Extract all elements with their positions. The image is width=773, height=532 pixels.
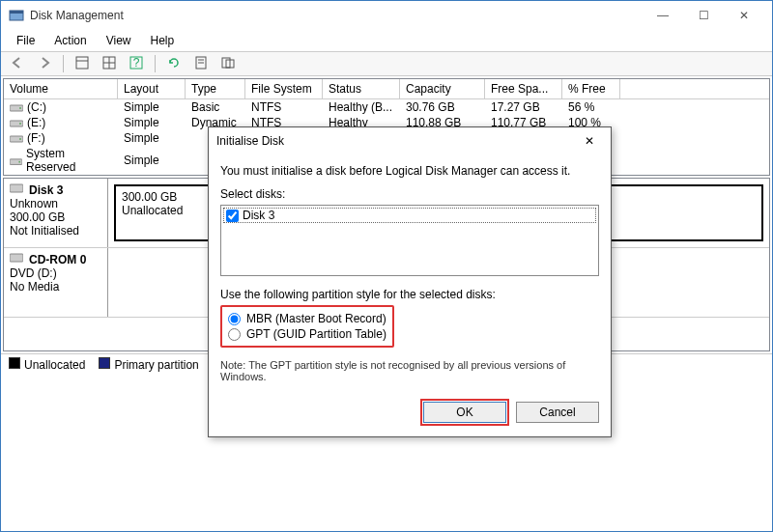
cancel-button[interactable]: Cancel bbox=[516, 402, 599, 423]
disk-item-label: Disk 3 bbox=[243, 209, 274, 222]
disk-select-list: Disk 3 bbox=[220, 205, 599, 276]
partition-style-group: MBR (Master Boot Record) GPT (GUID Parti… bbox=[220, 305, 394, 348]
dialog-titlebar[interactable]: Initialise Disk ✕ bbox=[209, 127, 611, 154]
close-icon: ✕ bbox=[585, 134, 594, 148]
radio-mbr-label: MBR (Master Boot Record) bbox=[246, 312, 386, 325]
modal-backdrop: Initialise Disk ✕ You must initialise a … bbox=[1, 1, 772, 531]
radio-mbr-input[interactable] bbox=[228, 313, 241, 325]
partition-style-label: Use the following partition style for th… bbox=[220, 288, 599, 301]
radio-gpt-label: GPT (GUID Partition Table) bbox=[246, 327, 386, 341]
disk-item[interactable]: Disk 3 bbox=[223, 208, 596, 223]
dialog-message: You must initialise a disk before Logica… bbox=[220, 164, 599, 178]
initialise-disk-dialog: Initialise Disk ✕ You must initialise a … bbox=[208, 126, 612, 437]
dialog-close-button[interactable]: ✕ bbox=[576, 130, 603, 152]
radio-gpt[interactable]: GPT (GUID Partition Table) bbox=[228, 326, 386, 342]
dialog-title: Initialise Disk bbox=[216, 134, 576, 148]
ok-button[interactable]: OK bbox=[423, 402, 506, 423]
select-disks-label: Select disks: bbox=[220, 187, 599, 201]
disk-checkbox[interactable] bbox=[226, 210, 239, 222]
dialog-note: Note: The GPT partition style is not rec… bbox=[220, 359, 599, 382]
radio-mbr[interactable]: MBR (Master Boot Record) bbox=[228, 311, 386, 326]
radio-gpt-input[interactable] bbox=[228, 328, 241, 341]
